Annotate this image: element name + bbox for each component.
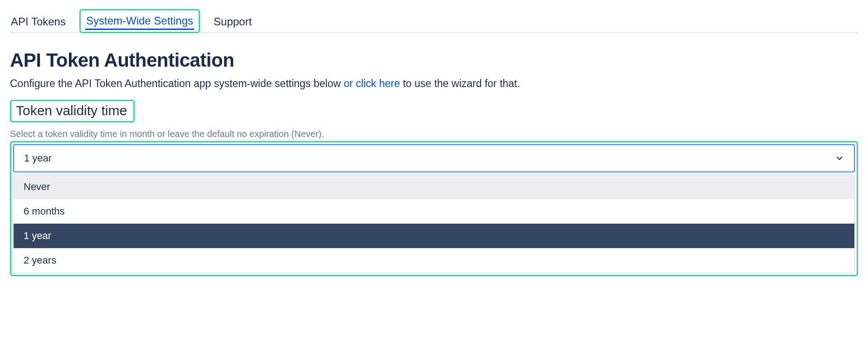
token-validity-dropdown: Never 6 months 1 year 2 years (13, 174, 855, 273)
option-6-months[interactable]: 6 months (14, 199, 854, 224)
token-validity-select[interactable]: 1 year (13, 144, 855, 172)
subtitle-suffix: to use the wizard for that. (400, 78, 520, 89)
section-heading: Token validity time (16, 103, 127, 118)
tab-system-wide-highlight: System-Wide Settings (79, 9, 200, 33)
tab-support[interactable]: Support (213, 13, 253, 32)
option-2-years[interactable]: 2 years (14, 248, 854, 273)
select-current-value: 1 year (24, 152, 52, 164)
chevron-down-icon (835, 154, 844, 163)
token-validity-select-highlight: 1 year Never 6 months 1 year 2 years (10, 141, 858, 276)
page-title: API Token Authentication (10, 49, 858, 71)
subtitle-wizard-link[interactable]: or click here (344, 78, 400, 89)
subtitle-prefix: Configure the API Token Authentication a… (10, 78, 344, 89)
page-subtitle: Configure the API Token Authentication a… (10, 78, 858, 90)
section-heading-highlight: Token validity time (10, 100, 135, 122)
section-help-text: Select a token validity time in month or… (10, 129, 858, 139)
option-1-year[interactable]: 1 year (14, 224, 854, 248)
tab-bar: API Tokens System-Wide Settings Support (10, 9, 858, 33)
tab-api-tokens[interactable]: API Tokens (10, 13, 67, 32)
option-never[interactable]: Never (14, 175, 854, 199)
tab-system-wide-settings[interactable]: System-Wide Settings (85, 12, 194, 30)
